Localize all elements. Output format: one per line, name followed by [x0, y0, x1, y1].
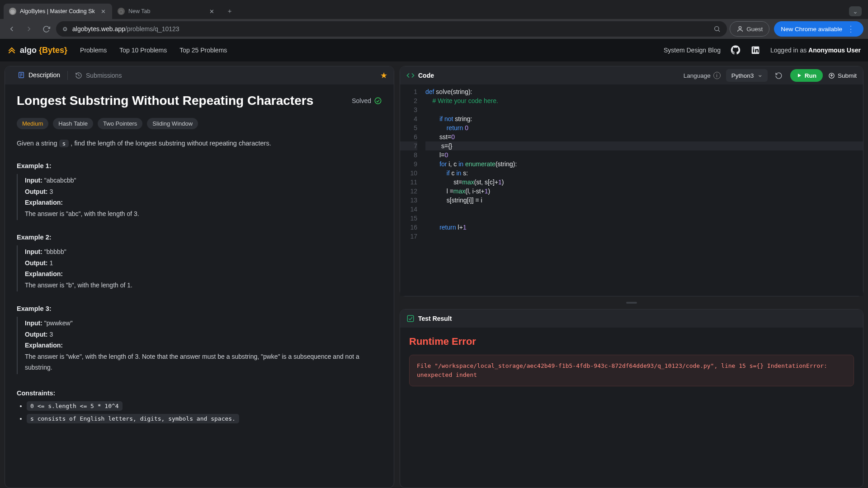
history-icon [75, 72, 82, 79]
result-header-label: Test Result [418, 315, 452, 322]
tag-row: Medium Hash Table Two Pointers Sliding W… [17, 118, 382, 129]
url-host: algobytes.web.app [72, 25, 125, 33]
login-status: Logged in as Anonymous User [770, 47, 861, 54]
tab-description-label: Description [28, 71, 60, 79]
description-body[interactable]: Longest Substring Without Repeating Char… [5, 84, 394, 440]
tab-title: New Tab [128, 8, 204, 14]
svg-rect-4 [753, 49, 755, 53]
favicon-icon: ◎ [9, 8, 16, 15]
panel-resize-handle[interactable] [400, 301, 863, 305]
reload-button[interactable] [39, 22, 53, 36]
tab-submissions-label: Submissions [86, 72, 122, 79]
reset-code-icon[interactable] [773, 70, 785, 81]
submit-button[interactable]: Submit [828, 72, 857, 79]
info-icon[interactable]: i [713, 72, 721, 79]
guest-profile-button[interactable]: Guest [730, 21, 769, 37]
kebab-icon: ⋮ [845, 24, 857, 34]
browser-tab-active[interactable]: ◎ AlgoBytes | Master Coding Sk ✕ [4, 4, 112, 19]
constraint-item: s consists of English letters, digits, s… [27, 415, 382, 422]
example: Example 2: Input: "bbbbb" Output: 1 Expl… [17, 234, 382, 291]
left-subtabs: Description Submissions ★ [5, 66, 394, 84]
nav-top10[interactable]: Top 10 Problems [119, 47, 167, 54]
code-panel: Code Language i Python3 [400, 66, 863, 296]
topic-tag[interactable]: Hash Table [53, 118, 93, 129]
svg-rect-13 [407, 315, 414, 322]
back-button[interactable] [5, 22, 19, 36]
app-header: algo {Bytes} Problems Top 10 Problems To… [0, 39, 868, 61]
code-lines[interactable]: def solve(string): # Write your code her… [422, 87, 863, 293]
brand-text-1: algo [20, 46, 39, 55]
window-dropdown-icon[interactable]: ⌄ [849, 6, 862, 16]
update-label: New Chrome available [781, 26, 842, 33]
new-tab-button[interactable]: ＋ [223, 5, 236, 18]
url-path: /problems/q_10123 [125, 25, 179, 33]
example-heading: Example 2: [17, 234, 382, 241]
constraints-heading: Constraints: [17, 389, 382, 397]
language-label: Language i [684, 72, 721, 79]
run-button[interactable]: Run [790, 69, 823, 82]
topic-tag[interactable]: Two Pointers [98, 118, 142, 129]
svg-point-2 [739, 27, 741, 29]
nav-problems[interactable]: Problems [80, 47, 107, 54]
error-message: File "/workspace/local_storage/aec42b49-… [409, 355, 854, 386]
example: Example 1: Input: "abcabcbb" Output: 3 E… [17, 162, 382, 220]
problem-title: Longest Substring Without Repeating Char… [17, 94, 313, 108]
github-icon[interactable] [731, 45, 741, 55]
code-editor[interactable]: 1234567891011121314151617 def solve(stri… [400, 84, 863, 296]
chrome-update-button[interactable]: New Chrome available ⋮ [774, 21, 863, 37]
address-bar[interactable]: ⚙ algobytes.web.app/problems/q_10123 [56, 21, 727, 37]
svg-point-10 [375, 98, 381, 104]
nav-top25[interactable]: Top 25 Problems [179, 47, 227, 54]
zoom-icon[interactable] [713, 25, 721, 33]
inline-code: s [59, 140, 69, 147]
site-settings-icon[interactable]: ⚙ [62, 26, 68, 33]
brand-text-2: {Bytes} [39, 46, 67, 55]
constraints: Constraints: 0 <= s.length <= 5 * 10^4 s… [17, 389, 382, 422]
line-gutter: 1234567891011121314151617 [400, 87, 422, 293]
difficulty-tag: Medium [17, 118, 48, 129]
svg-marker-11 [798, 74, 801, 77]
tab-close-icon[interactable]: ✕ [208, 8, 215, 15]
tab-title: AlgoBytes | Master Coding Sk [20, 8, 96, 14]
favicon-icon: ◌ [118, 8, 125, 15]
tab-description[interactable]: Description [11, 66, 66, 84]
browser-toolbar: ⚙ algobytes.web.app/problems/q_10123 Gue… [0, 19, 868, 39]
browser-tab-inactive[interactable]: ◌ New Tab ✕ [112, 4, 221, 19]
forward-button[interactable] [22, 22, 36, 36]
check-square-icon [406, 314, 415, 323]
header-nav: Problems Top 10 Problems Top 25 Problems [80, 47, 227, 54]
result-panel: Test Result Runtime Error File "/workspa… [400, 309, 863, 488]
divider [67, 71, 68, 80]
guest-label: Guest [746, 26, 763, 33]
svg-point-0 [715, 27, 719, 31]
description-icon [18, 71, 25, 79]
topic-tag[interactable]: Sliding Window [147, 118, 198, 129]
language-select[interactable]: Python3 [726, 69, 768, 82]
error-title: Runtime Error [409, 336, 854, 347]
constraint-item: 0 <= s.length <= 5 * 10^4 [27, 402, 382, 409]
star-icon[interactable]: ★ [380, 70, 387, 80]
nav-system-design[interactable]: System Design Blog [664, 47, 721, 54]
example: Example 3: Input: "pwwkew" Output: 3 Exp… [17, 305, 382, 374]
solved-badge: Solved [352, 97, 382, 105]
linkedin-icon[interactable] [750, 45, 760, 55]
browser-tab-strip: ◎ AlgoBytes | Master Coding Sk ✕ ◌ New T… [0, 0, 868, 19]
logo-icon [7, 46, 16, 55]
svg-line-1 [718, 30, 720, 32]
check-circle-icon [374, 97, 382, 105]
example-heading: Example 3: [17, 305, 382, 312]
tab-submissions[interactable]: Submissions [69, 66, 128, 84]
description-panel: Description Submissions ★ Longest Substr… [5, 66, 394, 488]
logo[interactable]: algo {Bytes} [7, 46, 67, 55]
svg-point-5 [753, 47, 755, 49]
example-heading: Example 1: [17, 162, 382, 169]
code-icon [406, 71, 415, 80]
code-header-label: Code [418, 72, 434, 79]
tab-close-icon[interactable]: ✕ [99, 8, 107, 15]
problem-statement: Given a string s , find the length of th… [17, 138, 382, 149]
